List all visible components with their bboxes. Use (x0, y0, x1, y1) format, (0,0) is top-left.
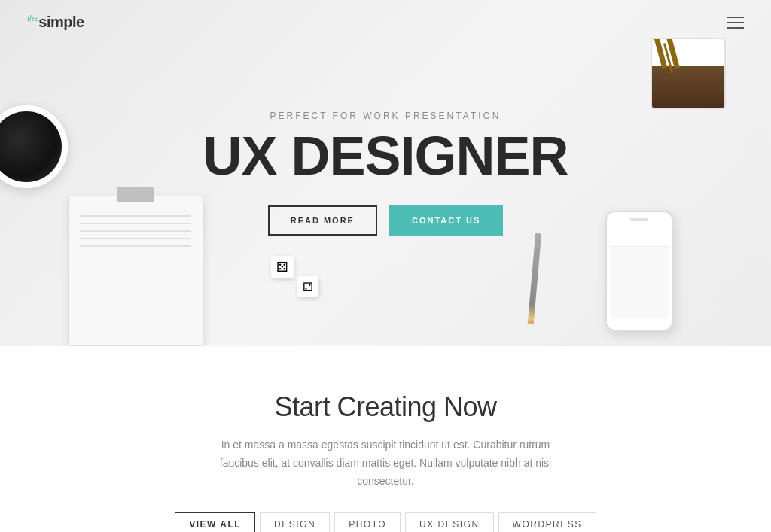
phone-screen (610, 227, 669, 318)
hero-subtitle: PERFECT FOR WORK PRESENTATION (203, 111, 568, 121)
hamburger-line (727, 17, 744, 18)
filter-tab-view-all[interactable]: VIEW ALL (175, 512, 255, 532)
hero-dice2-decoration: ⚁ (297, 276, 318, 297)
section-heading: Start Creating Now (15, 391, 756, 423)
logo[interactable]: thesimple (27, 14, 84, 31)
hero-section: ⚄ ⚁ PERFECT FOR WORK PRESENTATION UX DES… (0, 0, 771, 346)
section-description: In et massa a massa egestas suscipit tin… (212, 436, 559, 490)
filter-tab-wordpress[interactable]: WORDPRESS (498, 512, 596, 532)
hamburger-menu-button[interactable] (727, 17, 744, 29)
hero-phone-decoration (605, 211, 673, 331)
create-section: Start Creating Now In et massa a massa e… (0, 346, 771, 532)
contact-us-button[interactable]: CONTACT US (389, 205, 503, 236)
filter-tab-design[interactable]: DESIGN (260, 512, 330, 532)
hero-plant-decoration (651, 38, 726, 109)
hero-clipboard-decoration (68, 196, 203, 346)
logo-simple: simple (38, 14, 84, 30)
hero-buttons: READ MORE CONTACT US (203, 205, 568, 236)
hero-content: PERFECT FOR WORK PRESENTATION UX DESIGNE… (203, 111, 568, 236)
hamburger-line (727, 27, 744, 29)
filter-tab-ux-design[interactable]: UX DESIGN (405, 512, 494, 532)
logo-the: the (27, 14, 38, 23)
hamburger-line (727, 22, 744, 23)
hero-dice-decoration: ⚄ (271, 256, 294, 278)
filter-tab-photo[interactable]: PHOTO (334, 512, 401, 532)
hero-title: UX DESIGNER (203, 129, 568, 183)
navbar: thesimple (0, 0, 771, 44)
filter-tabs: VIEW ALL DESIGN PHOTO UX DESIGN WORDPRES… (15, 512, 756, 532)
clipboard-lines (80, 215, 191, 253)
read-more-button[interactable]: READ MORE (268, 205, 377, 236)
